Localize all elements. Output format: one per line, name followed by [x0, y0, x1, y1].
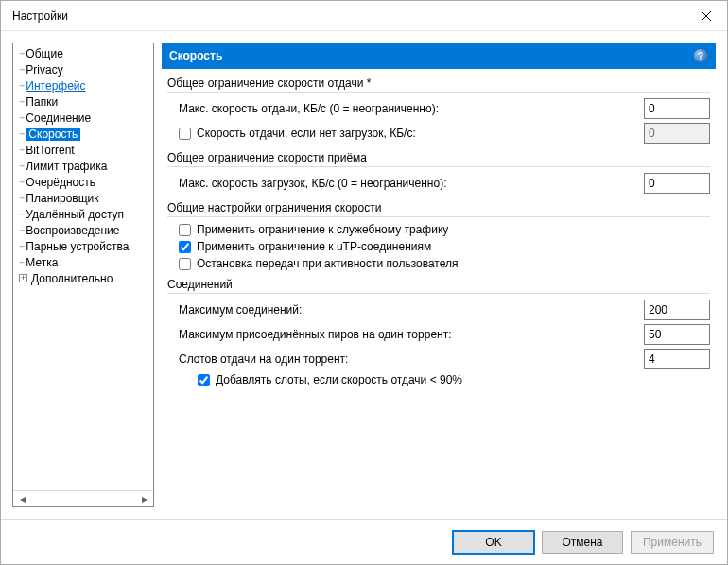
label-overhead: Применить ограничение к служебному трафи…	[197, 223, 448, 236]
tree-item-0[interactable]: ···Общие	[15, 45, 151, 61]
tree-item-10[interactable]: ···Удалённый доступ	[15, 206, 151, 222]
label-max-download: Макс. скорость загрузок, КБ/с (0 = неогр…	[179, 177, 636, 190]
group-title-upload: Общее ограничение скорости отдачи *	[167, 77, 710, 93]
scroll-left-arrow-icon[interactable]: ◂	[15, 492, 29, 506]
input-max-download[interactable]	[644, 173, 710, 194]
panel-header: Скорость ?	[162, 43, 716, 69]
tree-item-14[interactable]: +Дополнительно	[15, 270, 151, 286]
label-max-connections: Максимум соединений:	[179, 303, 636, 317]
tree-branch-icon: ···	[19, 209, 24, 219]
checkbox-alt-upload-input[interactable]	[179, 128, 191, 140]
checkbox-alt-upload[interactable]: Скорость отдачи, если нет загрузок, КБ/с…	[179, 127, 636, 140]
expand-icon[interactable]: +	[19, 274, 27, 282]
tree-item-label: Дополнительно	[31, 272, 113, 285]
tree-item-6[interactable]: ···BitTorrent	[15, 142, 151, 158]
help-icon[interactable]: ?	[693, 48, 708, 63]
checkbox-user-activity[interactable]: Остановка передач при активности пользов…	[179, 257, 710, 270]
label-user-activity: Остановка передач при активности пользов…	[197, 257, 459, 270]
checkbox-overhead[interactable]: Применить ограничение к служебному трафи…	[179, 223, 710, 236]
tree-item-label: BitTorrent	[26, 144, 74, 157]
main-panel: Скорость ? Общее ограничение скорости от…	[162, 43, 716, 507]
tree-branch-icon: ···	[19, 161, 24, 171]
input-max-connections[interactable]	[644, 300, 710, 320]
row-upload-slots: Слотов отдачи на один торрент:	[179, 349, 710, 369]
checkbox-add-slots-input[interactable]	[198, 374, 210, 386]
tree-item-label: Privacy	[26, 63, 62, 77]
input-upload-slots[interactable]	[644, 349, 710, 369]
tree-item-1[interactable]: ···Privacy	[15, 61, 151, 77]
settings-dialog: Настройки ···Общие···Privacy···Интерфейс…	[0, 0, 728, 565]
input-max-upload[interactable]	[644, 98, 710, 119]
label-upload-slots: Слотов отдачи на один торрент:	[179, 352, 636, 366]
tree-branch-icon: ···	[19, 177, 24, 187]
tree-item-label: Скорость	[26, 128, 80, 141]
tree-item-9[interactable]: ···Планировщик	[15, 190, 151, 206]
tree-branch-icon: ···	[19, 48, 24, 59]
scroll-right-arrow-icon[interactable]: ▸	[137, 492, 151, 506]
tree-item-label: Соединение	[26, 111, 91, 125]
tree-item-5[interactable]: ···Скорость	[15, 126, 151, 142]
tree-branch-icon: ···	[19, 128, 24, 139]
group-title-connections: Соединений	[167, 278, 710, 294]
tree-item-label: Интерфейс	[26, 79, 85, 93]
tree-item-label: Парные устройства	[26, 240, 129, 253]
tree-item-label: Воспроизведение	[26, 224, 119, 237]
group-upload-limit: Общее ограничение скорости отдачи * Макс…	[167, 77, 710, 144]
tree-branch-icon: ···	[19, 193, 24, 203]
label-add-slots: Добавлять слоты, если скорость отдачи < …	[216, 373, 462, 386]
titlebar: Настройки	[1, 1, 727, 31]
tree-item-13[interactable]: ···Метка	[15, 254, 151, 270]
dialog-body: ···Общие···Privacy···Интерфейс···Папки··…	[1, 31, 727, 519]
group-common-settings: Общие настройки ограничения скорости При…	[167, 201, 710, 270]
tree-branch-icon: ···	[19, 257, 24, 267]
category-tree: ···Общие···Privacy···Интерфейс···Папки··…	[12, 43, 154, 507]
cancel-button[interactable]: Отмена	[542, 531, 623, 554]
checkbox-add-slots[interactable]: Добавлять слоты, если скорость отдачи < …	[198, 373, 710, 386]
row-max-peers: Максимум присоединённых пиров на один то…	[179, 324, 710, 345]
tree-item-label: Общие	[26, 47, 62, 60]
row-max-connections: Максимум соединений:	[179, 300, 710, 320]
close-icon	[702, 11, 711, 21]
ok-button[interactable]: OK	[453, 531, 534, 554]
tree-item-2[interactable]: ···Интерфейс	[15, 77, 151, 94]
tree-item-7[interactable]: ···Лимит трафика	[15, 158, 151, 174]
tree-item-11[interactable]: ···Воспроизведение	[15, 222, 151, 238]
checkbox-utp[interactable]: Применить ограничение к uTP-соединениям	[179, 240, 710, 253]
label-max-peers: Максимум присоединённых пиров на один то…	[179, 328, 636, 341]
dialog-footer: OK Отмена Применить	[1, 519, 727, 564]
row-alt-upload: Скорость отдачи, если нет загрузок, КБ/с…	[179, 123, 710, 144]
label-alt-upload: Скорость отдачи, если нет загрузок, КБ/с…	[197, 127, 416, 140]
tree-branch-icon: ···	[19, 96, 24, 107]
group-connections: Соединений Максимум соединений: Максимум…	[167, 278, 710, 386]
tree-branch-icon: ···	[19, 225, 24, 235]
checkbox-overhead-input[interactable]	[179, 224, 191, 236]
tree-branch-icon: ···	[19, 80, 24, 91]
row-max-upload: Макс. скорость отдачи, КБ/с (0 = неогран…	[179, 98, 710, 119]
tree-item-label: Планировщик	[26, 192, 98, 205]
tree-item-8[interactable]: ···Очерёдность	[15, 174, 151, 190]
tree-item-label: Папки	[26, 95, 58, 109]
panel-content: Общее ограничение скорости отдачи * Макс…	[162, 69, 716, 507]
close-button[interactable]	[685, 1, 727, 31]
apply-button[interactable]: Применить	[631, 531, 714, 554]
panel-title: Скорость	[169, 49, 222, 62]
checkbox-utp-input[interactable]	[179, 241, 191, 253]
tree-item-4[interactable]: ···Соединение	[15, 110, 151, 126]
group-download-limit: Общее ограничение скорости приёма Макс. …	[167, 151, 710, 194]
tree-horizontal-scrollbar[interactable]: ◂ ▸	[13, 490, 153, 506]
checkbox-user-activity-input[interactable]	[179, 258, 191, 270]
row-max-download: Макс. скорость загрузок, КБ/с (0 = неогр…	[179, 173, 710, 194]
tree-item-12[interactable]: ···Парные устройства	[15, 238, 151, 254]
group-title-download: Общее ограничение скорости приёма	[167, 151, 710, 167]
label-utp: Применить ограничение к uTP-соединениям	[197, 240, 431, 253]
tree-branch-icon: ···	[19, 112, 24, 123]
group-title-common: Общие настройки ограничения скорости	[167, 201, 710, 217]
tree-branch-icon: ···	[19, 64, 24, 75]
tree-item-3[interactable]: ···Папки	[15, 94, 151, 110]
window-title: Настройки	[12, 9, 68, 23]
tree-branch-icon: ···	[19, 241, 24, 251]
tree-branch-icon: ···	[19, 145, 24, 155]
tree-item-label: Удалённый доступ	[26, 208, 124, 221]
input-max-peers[interactable]	[644, 324, 710, 345]
tree-list: ···Общие···Privacy···Интерфейс···Папки··…	[13, 43, 153, 490]
